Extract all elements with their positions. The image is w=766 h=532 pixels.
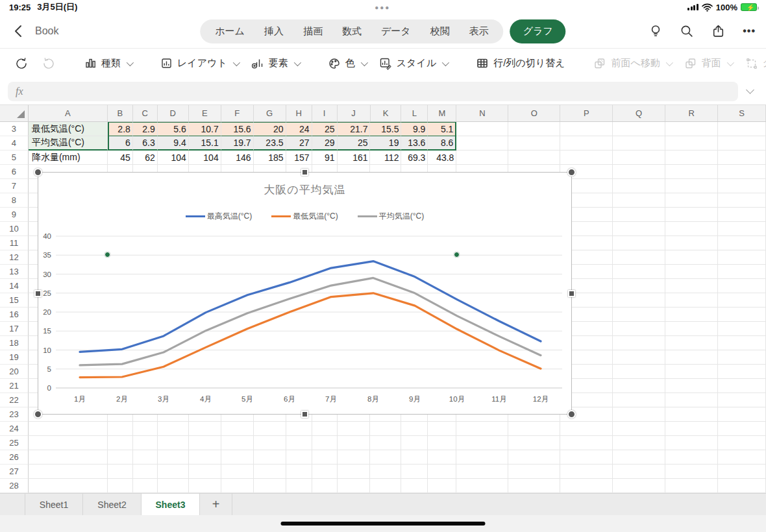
grid-cell-K26[interactable] [370,450,401,465]
grid-cell-H25[interactable] [286,436,312,450]
grid-cell-M26[interactable] [428,450,456,465]
column-header-N[interactable]: N [456,105,508,121]
grid-cell-Q10[interactable] [613,222,665,236]
grid-cell-S24[interactable] [718,422,766,436]
select-all-corner[interactable] [0,105,29,121]
switch-row-column-button[interactable]: 行/列の切り替え [471,53,570,73]
column-header-J[interactable]: J [338,105,371,121]
grid-cell-J24[interactable] [338,422,371,436]
grid-cell-D4[interactable]: 9.4 [158,136,189,151]
grid-cell-D5[interactable]: 104 [158,151,189,165]
grid-cell-S3[interactable] [718,122,766,136]
grid-cell-A4[interactable]: 平均気温(°C) [29,136,108,151]
grid-cell-P28[interactable] [560,479,613,493]
chart-type-button[interactable]: 種類 [79,53,137,73]
grid-cell-O28[interactable] [508,479,560,493]
sheet-tab-1[interactable]: Sheet1 [25,494,83,515]
grid-cell-R26[interactable] [665,450,718,465]
grid-cell-B4[interactable]: 6 [108,136,133,151]
grid-cell-C3[interactable]: 2.9 [133,122,158,136]
grid-cell-O24[interactable] [508,422,560,436]
grid-cell-C4[interactable]: 6.3 [133,136,158,151]
grid-cell-S28[interactable] [718,479,766,493]
grid-cell-K24[interactable] [370,422,401,436]
grid-cell-R17[interactable] [665,322,718,336]
grid-cell-E27[interactable] [189,465,221,479]
grid-cell-Q11[interactable] [613,236,665,250]
grid-cell-I5[interactable]: 91 [312,151,338,165]
column-header-L[interactable]: L [401,105,428,121]
grid-cell-G27[interactable] [254,465,286,479]
grid-cell-S13[interactable] [718,265,766,279]
grid-cell-N25[interactable] [456,436,508,450]
tab-home[interactable]: ホーム [205,25,254,38]
grid-cell-S20[interactable] [718,365,766,379]
grid-cell-N3[interactable] [456,122,508,136]
grid-cell-E26[interactable] [189,450,221,465]
grid-cell-S16[interactable] [718,308,766,322]
chart-resize-handle-se[interactable] [567,410,576,418]
row-header-11[interactable]: 11 [0,236,29,250]
grid-cell-L24[interactable] [401,422,428,436]
grid-cell-N28[interactable] [456,479,508,493]
row-header-28[interactable]: 28 [0,479,29,493]
grid-cell-K5[interactable]: 112 [370,151,401,165]
grid-cell-Q8[interactable] [613,193,665,208]
column-header-S[interactable]: S [718,105,766,121]
grid-cell-P24[interactable] [560,422,613,436]
grid-cell-G28[interactable] [254,479,286,493]
row-header-9[interactable]: 9 [0,208,29,222]
chart-resize-handle-n[interactable] [301,169,308,176]
grid-cell-E28[interactable] [189,479,221,493]
grid-cell-R28[interactable] [665,479,718,493]
row-header-17[interactable]: 17 [0,322,29,336]
chart-color-button[interactable]: 色 [323,53,371,74]
grid-cell-R27[interactable] [665,465,718,479]
column-header-E[interactable]: E [189,105,221,121]
grid-cell-P5[interactable] [560,151,613,165]
grid-cell-A5[interactable]: 降水量(mm) [29,151,108,165]
grid-cell-R7[interactable] [665,179,718,193]
search-icon[interactable] [680,24,694,38]
grid-cell-J27[interactable] [338,465,371,479]
grid-cell-G25[interactable] [254,436,286,450]
grid-cell-Q23[interactable] [613,407,665,422]
grid-cell-J5[interactable]: 161 [338,151,371,165]
grid-cell-S11[interactable] [718,236,766,250]
grid-cell-N4[interactable] [456,136,508,151]
grid-cell-D25[interactable] [158,436,189,450]
grid-cell-C24[interactable] [133,422,158,436]
column-header-D[interactable]: D [158,105,189,121]
grid-cell-M24[interactable] [428,422,456,436]
chart-object[interactable]: 大阪の平均気温 最高気温(°C)最低気温(°C)平均気温(°C) 0510152… [38,172,572,415]
grid-cell-Q19[interactable] [613,350,665,365]
grid-cell-F27[interactable] [221,465,254,479]
tab-data[interactable]: データ [371,25,421,38]
grid-cell-C28[interactable] [133,479,158,493]
grid-cell-M28[interactable] [428,479,456,493]
grid-cell-P4[interactable] [560,136,613,151]
grid-cell-O4[interactable] [508,136,560,151]
grid-cell-D28[interactable] [158,479,189,493]
grid-cell-G4[interactable]: 23.5 [254,136,286,151]
grid-cell-Q7[interactable] [613,179,665,193]
more-options-icon[interactable]: ••• [743,25,756,37]
grid-cell-S17[interactable] [718,322,766,336]
grid-cell-I25[interactable] [312,436,338,450]
grid-cell-F5[interactable]: 146 [221,151,254,165]
grid-cell-R6[interactable] [665,165,718,179]
add-sheet-button[interactable]: + [200,494,232,515]
row-header-10[interactable]: 10 [0,222,29,236]
column-header-R[interactable]: R [665,105,718,121]
grid-cell-A24[interactable] [29,422,108,436]
grid-cell-R21[interactable] [665,379,718,393]
grid-cell-Q5[interactable] [613,151,665,165]
grid-cell-I28[interactable] [312,479,338,493]
range-handle-dot-left[interactable] [105,252,110,258]
grid-cell-H26[interactable] [286,450,312,465]
grid-cell-B5[interactable]: 45 [108,151,133,165]
range-handle-dot-right[interactable] [454,252,460,258]
grid-cell-R18[interactable] [665,336,718,350]
chart-resize-handle-nw[interactable] [34,168,42,176]
grid-cell-A25[interactable] [29,436,108,450]
